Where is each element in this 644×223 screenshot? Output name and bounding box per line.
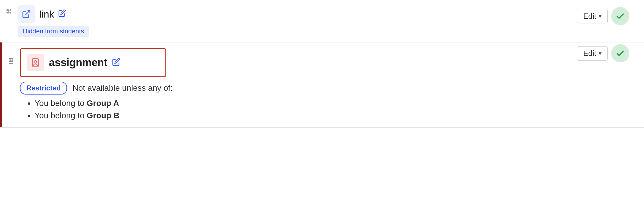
assignment-inner: assignment Restricted Not available unle… bbox=[2, 42, 644, 127]
link-edit-chevron-icon: ▾ bbox=[599, 13, 602, 20]
assignment-icon-container bbox=[27, 54, 44, 71]
assignment-meta: Restricted Not available unless any of: … bbox=[20, 77, 577, 127]
assignment-left-bar bbox=[0, 42, 2, 127]
link-title-row: link bbox=[18, 5, 577, 23]
restricted-row: Restricted Not available unless any of: bbox=[20, 82, 577, 95]
svg-point-2 bbox=[12, 58, 13, 59]
link-edit-controls: Edit ▾ bbox=[577, 5, 644, 25]
assignment-name: assignment bbox=[49, 56, 107, 69]
svg-point-1 bbox=[10, 58, 11, 59]
svg-point-6 bbox=[12, 63, 13, 64]
svg-line-0 bbox=[25, 11, 30, 15]
assignment-check-circle bbox=[611, 44, 629, 62]
link-icon-container bbox=[18, 5, 35, 23]
link-drag-handle[interactable] bbox=[0, 5, 18, 15]
link-edit-pencil-icon[interactable] bbox=[58, 9, 66, 19]
svg-point-8 bbox=[34, 61, 37, 63]
assignment-row: assignment Restricted Not available unle… bbox=[0, 42, 644, 128]
svg-point-3 bbox=[10, 61, 11, 62]
bottom-spacer bbox=[0, 128, 644, 136]
restriction-item-group-a: You belong to Group A bbox=[35, 99, 577, 108]
assignment-edit-pencil-icon[interactable] bbox=[112, 58, 120, 67]
assignment-title-box: assignment bbox=[20, 48, 166, 77]
restriction-list: You belong to Group A You belong to Grou… bbox=[20, 99, 577, 120]
link-check-circle bbox=[611, 7, 629, 25]
svg-point-5 bbox=[10, 63, 11, 64]
restricted-badge: Restricted bbox=[20, 82, 67, 95]
svg-point-4 bbox=[12, 61, 13, 62]
restriction-intro: Not available unless any of: bbox=[72, 83, 172, 93]
assignment-edit-button[interactable]: Edit ▾ bbox=[577, 46, 608, 61]
assignment-main-content: assignment Restricted Not available unle… bbox=[20, 42, 577, 127]
link-hidden-badge: Hidden from students bbox=[18, 26, 577, 37]
page-container: link Hidden from students Edit ▾ bbox=[0, 0, 644, 223]
link-edit-button[interactable]: Edit ▾ bbox=[577, 9, 608, 23]
assignment-drag-handle[interactable] bbox=[2, 42, 20, 65]
restriction-item-group-b: You belong to Group B bbox=[35, 111, 577, 120]
assignment-edit-chevron-icon: ▾ bbox=[599, 50, 602, 57]
link-name: link bbox=[39, 8, 54, 20]
link-row: link Hidden from students Edit ▾ bbox=[0, 0, 644, 42]
link-item-content: link Hidden from students bbox=[18, 5, 577, 37]
assignment-edit-controls: Edit ▾ bbox=[577, 42, 644, 62]
